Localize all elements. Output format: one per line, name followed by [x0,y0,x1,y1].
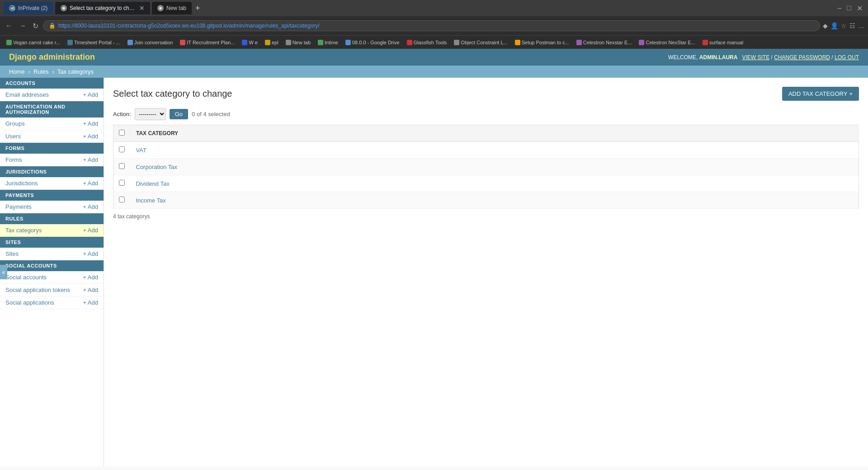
row-link[interactable]: Corporation Tax [136,164,178,170]
sidebar-item-payments: Payments + Add [0,201,104,213]
bookmark-label: Glassfish Tools [414,40,447,45]
bookmark-label: Setup Postman to c... [522,40,569,45]
restore-button[interactable]: □ [845,2,853,14]
tab-active[interactable]: ■ Select tax category to change | D... ✕ [55,2,150,14]
bookmark-label: Vegan carrot cake r... [13,40,60,45]
sidebar-link-groups[interactable]: Groups [5,120,25,127]
bookmark-favicon [318,40,323,45]
welcome-text: WELCOME, [668,54,698,61]
new-tab-button[interactable]: + [193,2,202,15]
bookmark-newtab[interactable]: New tab [283,39,313,46]
tab-favicon-new: ■ [157,5,164,11]
sidebar-link-email-addresses[interactable]: Email addresses [5,91,49,98]
sidebar-link-sites[interactable]: Sites [5,250,19,257]
bookmark-favicon [67,40,73,45]
add-tax-category-button[interactable]: ADD TAX CATEGORY + [782,87,859,101]
sidebar-section-accounts: ACCOUNTS [0,78,104,89]
sidebar-link-forms[interactable]: Forms [5,156,22,163]
change-password-link[interactable]: CHANGE PASSWORD [774,54,830,61]
sidebar-add-payments[interactable]: + Add [83,203,98,210]
bookmark-surface[interactable]: surface manual [700,39,746,46]
sidebar-link-social-apps[interactable]: Social applications [5,299,54,306]
tab-incognito[interactable]: 🕵 InPrivate (2) [4,2,53,14]
bookmark-celestron2[interactable]: Celestron NexStar E... [636,39,698,46]
action-select[interactable]: --------- [135,108,166,120]
sidebar-link-tax-categorys[interactable]: Tax categorys [5,227,42,234]
row-checkbox[interactable] [119,197,125,202]
bookmark-ocl[interactable]: Object Constraint L... [451,39,510,46]
sidebar-add-forms[interactable]: + Add [83,156,98,163]
breadcrumb-current: Tax categorys [57,68,94,75]
app-title[interactable]: Django administration [9,52,95,62]
sidebar-add-sites[interactable]: + Add [83,250,98,257]
sidebar-add-groups[interactable]: + Add [83,120,98,127]
reload-button[interactable]: ↻ [31,20,40,32]
action-label: Action: [113,111,131,118]
bookmark-join[interactable]: Join conversation [125,39,176,46]
sidebar-add-email-addresses[interactable]: + Add [83,91,98,98]
breadcrumb-rules[interactable]: Rules [33,68,48,75]
bookmark-w[interactable]: W e [239,39,260,46]
sidebar-add-social-tokens[interactable]: + Add [83,287,98,293]
sidebar-add-social-apps[interactable]: + Add [83,299,98,306]
sidebar-section-payments: PAYMENTS [0,190,104,201]
address-bar[interactable]: 🔒 https://8000-laura10101-contractorta-g… [43,20,820,31]
profile-icon[interactable]: 👤 [830,22,838,29]
row-checkbox[interactable] [119,146,125,152]
log-out-link[interactable]: LOG OUT [835,54,859,61]
row-link[interactable]: Dividend Tax [136,180,170,187]
sidebar-link-jurisdictions[interactable]: Jurisdictions [5,180,38,187]
extensions-icon[interactable]: ◆ [823,22,828,29]
bookmark-favicon [6,40,12,45]
table-row-count: 4 tax categorys [113,213,859,220]
sidebar-link-social-accounts[interactable]: Social accounts [5,274,47,281]
bookmark-intime[interactable]: Intime [315,39,341,46]
forward-button[interactable]: → [17,20,28,32]
collections-icon[interactable]: ☷ [849,22,855,29]
close-button[interactable]: ✕ [855,2,864,14]
bookmark-timesheet[interactable]: Timesheet Portal - ... [65,39,123,46]
browser-chrome: 🕵 InPrivate (2) ■ Select tax category to… [0,0,868,49]
breadcrumb-home[interactable]: Home [9,68,25,75]
bookmark-epl[interactable]: epl [262,39,281,46]
sidebar-add-tax-categorys[interactable]: + Add [83,227,98,234]
bookmark-vegan[interactable]: Vegan carrot cake r... [4,39,63,46]
favorites-icon[interactable]: ☆ [841,22,847,29]
sidebar-link-payments[interactable]: Payments [5,203,32,210]
sidebar-toggle-button[interactable]: « [0,265,7,279]
sidebar-add-social-accounts[interactable]: + Add [83,274,98,281]
bookmark-glassfish[interactable]: Glassfish Tools [404,39,450,46]
view-site-link[interactable]: VIEW SITE [742,54,769,61]
row-checkbox[interactable] [119,180,125,186]
sidebar-item-social-apps: Social applications + Add [0,296,104,309]
row-checkbox-cell [113,192,131,209]
sidebar-add-users[interactable]: + Add [83,133,98,140]
back-button[interactable]: ← [4,20,14,32]
bookmark-favicon [407,40,412,45]
browser-toolbar: ← → ↻ 🔒 https://8000-laura10101-contract… [0,16,868,35]
row-link[interactable]: Income Tax [136,197,166,204]
tab-newtab[interactable]: ■ New tab [152,2,192,14]
minimize-button[interactable]: – [835,2,843,14]
select-all-checkbox[interactable] [119,130,125,136]
bookmark-label: IT Recruitment Plan... [187,40,235,45]
settings-icon[interactable]: … [858,22,864,29]
sidebar-item-users: Users + Add [0,130,104,143]
bookmark-label: Intime [325,40,338,45]
action-go-button[interactable]: Go [170,109,188,119]
bookmark-celestron1[interactable]: Celestron Nexstar E... [574,39,635,46]
bookmark-postman[interactable]: Setup Postman to c... [512,39,572,46]
bookmark-label: W e [249,40,258,45]
row-checkbox[interactable] [119,163,125,169]
tab-close-icon[interactable]: ✕ [139,5,145,12]
sidebar-link-users[interactable]: Users [5,133,21,140]
row-checkbox-cell [113,159,131,175]
bookmark-label: Join conversation [134,40,173,45]
sidebar-add-jurisdictions[interactable]: + Add [83,180,98,187]
table-header-tax-category[interactable]: TAX CATEGORY [131,125,859,142]
row-link[interactable]: VAT [136,147,146,154]
sidebar-link-social-tokens[interactable]: Social application tokens [5,287,70,293]
bookmark-it[interactable]: IT Recruitment Plan... [177,39,237,46]
tab-favicon-incognito: 🕵 [9,5,15,11]
bookmark-gdrive[interactable]: 08.0.0 - Google Drive [343,39,402,46]
